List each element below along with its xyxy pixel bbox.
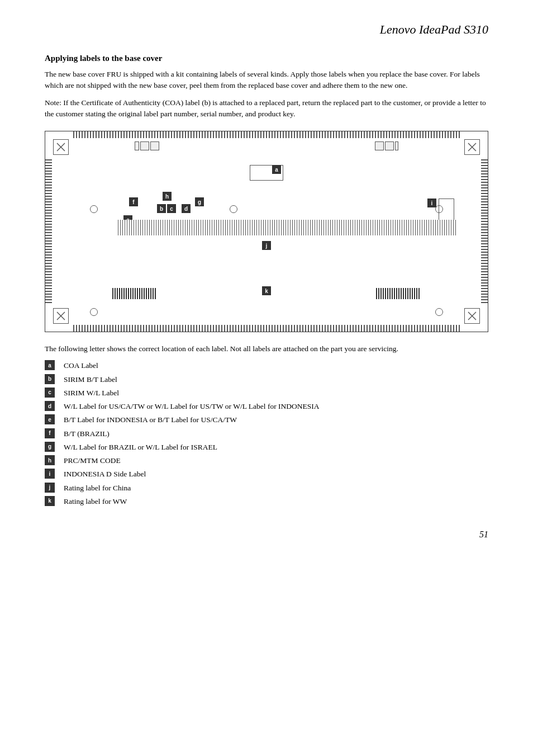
badge-i: i bbox=[427, 199, 436, 207]
vent-strip-1 bbox=[118, 220, 457, 228]
list-item: kRating label for WW bbox=[45, 496, 488, 507]
badge-f: f bbox=[129, 197, 138, 206]
list-item-desc: INDONESIA D Side Label bbox=[64, 469, 488, 480]
list-item: aCOA Label bbox=[45, 360, 488, 371]
badge-b: b bbox=[157, 204, 166, 213]
barcode-r bbox=[376, 288, 421, 299]
list-item-desc: B/T Label for INDONESIA or B/T Label for… bbox=[64, 414, 488, 426]
mid-screw-r bbox=[435, 205, 443, 213]
section-title: Applying labels to the base cover bbox=[45, 54, 488, 63]
bot-screw-r bbox=[435, 308, 443, 316]
list-item: eB/T Label for INDONESIA or B/T Label fo… bbox=[45, 414, 488, 426]
page-number: 51 bbox=[45, 530, 488, 540]
list-item-key: c bbox=[45, 388, 55, 398]
screw-tl bbox=[53, 139, 69, 155]
barcode-l bbox=[112, 288, 157, 299]
right-connectors bbox=[375, 141, 398, 150]
badge-h: h bbox=[163, 192, 172, 201]
right-hatch bbox=[481, 159, 488, 304]
vent-strip-2 bbox=[118, 228, 457, 235]
list-item: bSIRIM B/T Label bbox=[45, 374, 488, 385]
list-item-key: i bbox=[45, 469, 55, 479]
list-item: iINDONESIA D Side Label bbox=[45, 469, 488, 480]
bottom-hatch bbox=[73, 325, 460, 332]
left-hatch bbox=[45, 159, 52, 304]
laptop-diagram: a f h b c d g i e j k bbox=[45, 131, 488, 332]
mid-screw-l bbox=[90, 205, 98, 213]
left-connectors bbox=[135, 141, 159, 150]
list-intro: The following letter shows the correct l… bbox=[45, 343, 488, 355]
list-item: hPRC/MTM CODE bbox=[45, 455, 488, 466]
badge-a: a bbox=[272, 165, 281, 174]
list-item-key: d bbox=[45, 401, 55, 411]
list-item: gW/L Label for BRAZIL or W/L Label for I… bbox=[45, 442, 488, 453]
list-item-key: a bbox=[45, 360, 55, 370]
badge-g: g bbox=[195, 197, 204, 206]
badge-d: d bbox=[182, 204, 191, 213]
paragraph2: Note: If the Certificate of Authenticity… bbox=[45, 97, 488, 120]
badge-j: j bbox=[262, 241, 271, 250]
list-item-desc: W/L Label for US/CA/TW or W/L Label for … bbox=[64, 401, 488, 412]
badge-k: k bbox=[262, 286, 271, 295]
list-item-key: g bbox=[45, 442, 55, 452]
page-title: Lenovo IdeaPad S310 bbox=[45, 22, 488, 37]
bot-screw-l bbox=[90, 308, 98, 316]
list-item-desc: PRC/MTM CODE bbox=[64, 455, 488, 466]
list-item-desc: COA Label bbox=[64, 360, 488, 371]
bcd-group: b c d bbox=[157, 204, 191, 213]
screw-br bbox=[464, 308, 480, 324]
list-item: dW/L Label for US/CA/TW or W/L Label for… bbox=[45, 401, 488, 412]
list-item-key: b bbox=[45, 374, 55, 384]
list-item-desc: B/T (BRAZIL) bbox=[64, 428, 488, 440]
list-item-key: e bbox=[45, 414, 55, 424]
top-hatch bbox=[73, 131, 460, 138]
mid-screw-c bbox=[230, 205, 237, 213]
badge-c: c bbox=[167, 204, 176, 213]
list-item-desc: SIRIM W/L Label bbox=[64, 388, 488, 399]
screw-tr bbox=[464, 139, 480, 155]
label-list: aCOA LabelbSIRIM B/T LabelcSIRIM W/L Lab… bbox=[45, 360, 488, 507]
list-item: jRating label for China bbox=[45, 483, 488, 494]
list-item-key: k bbox=[45, 496, 55, 506]
paragraph1: The new base cover FRU is shipped with a… bbox=[45, 69, 488, 92]
screw-bl bbox=[53, 308, 69, 324]
list-item-key: j bbox=[45, 483, 55, 493]
list-item-desc: SIRIM B/T Label bbox=[64, 374, 488, 385]
list-item: cSIRIM W/L Label bbox=[45, 388, 488, 399]
list-item: fB/T (BRAZIL) bbox=[45, 428, 488, 440]
list-item-key: f bbox=[45, 428, 55, 438]
list-item-desc: W/L Label for BRAZIL or W/L Label for IS… bbox=[64, 442, 488, 453]
list-item-desc: Rating label for China bbox=[64, 483, 488, 494]
list-item-key: h bbox=[45, 455, 55, 465]
list-item-desc: Rating label for WW bbox=[64, 496, 488, 507]
